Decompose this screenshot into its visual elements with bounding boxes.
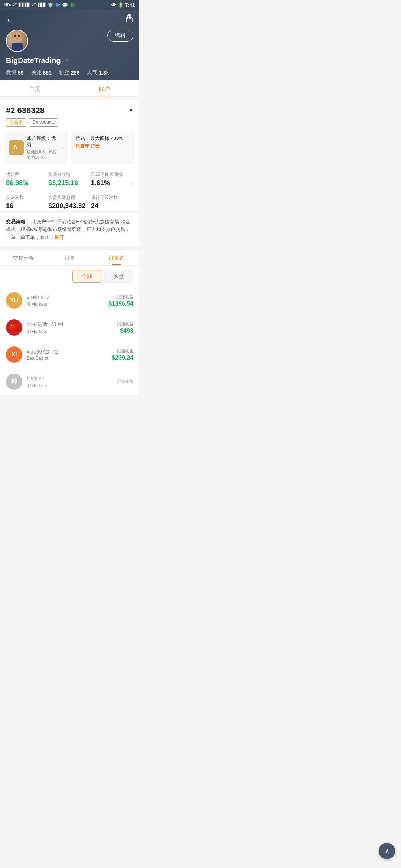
username-row: BigDateTrading ♂ <box>6 56 133 65</box>
list-item[interactable]: YU yueln #12 ICMarkets 跟随收益 $1396.54 <box>0 287 139 314</box>
edit-button[interactable]: 编辑 <box>107 30 133 42</box>
earnings-label-1: 跟随收益 <box>117 321 133 327</box>
account-section: #2 636328 ▼ 交易员 Swissquote A- 账户评级：优秀 稳健… <box>0 100 139 210</box>
stat-popularity: 人气 1.3k <box>87 69 109 76</box>
rating-text: 账户评级：优秀 稳健性9.6、风控能力10.0... <box>27 135 59 160</box>
rating-badge: A- <box>9 140 24 155</box>
eye-icon: 👁 <box>111 2 116 8</box>
profile-info: 编辑 <box>6 30 133 52</box>
rating-arrow-icon: › <box>62 145 64 151</box>
share-button[interactable] <box>125 14 133 24</box>
filter-all-button[interactable]: 全部 <box>72 270 101 283</box>
tab-account[interactable]: 账户 <box>70 80 140 96</box>
stat-weibo: 微博 59 <box>6 69 24 76</box>
tag-trader: 交易员 <box>6 118 26 127</box>
svg-point-4 <box>14 35 16 37</box>
earnings-label-2: 跟随收益 <box>112 348 133 354</box>
subscriber-initials-2: XI <box>11 351 17 358</box>
list-item[interactable]: XI xiao96720 #2 ZealCapital 跟随收益 $239.24 <box>0 341 139 368</box>
status-bar: HD₂ 4G ▋▋▋▋ 4G ▋▋▋ 🛡️ 🐦 💬 🐉 👁 🔋 7:41 <box>0 0 139 10</box>
signal-bars-1: ▋▋▋▋ <box>19 3 30 7</box>
metric-drawdown-value: 1.61% <box>91 179 110 187</box>
dropdown-arrow[interactable]: ▼ <box>129 108 133 113</box>
stat-weibo-value: 59 <box>18 70 24 76</box>
metric-follower-earnings-value: $3,215.16 <box>48 179 91 187</box>
profile-left <box>6 30 28 52</box>
subscriber-name-3: 坤坤 #? <box>27 375 117 382</box>
subscriber-platform-3: ICMarkets <box>27 383 117 388</box>
stat-weibo-label: 微博 <box>6 69 16 76</box>
subscriber-name-1: 哈根达斯123 #4 <box>27 321 117 328</box>
header-top: ‹ <box>6 14 133 25</box>
subscriber-initials-3: 坤 <box>11 378 17 386</box>
earnings-value-1: $493 <box>117 328 133 334</box>
subscriber-rank-1: #4 <box>58 321 63 327</box>
promise-title: 承诺：最大回撤 <30% <box>76 135 131 142</box>
strategy-expand-button[interactable]: 展开 <box>55 234 64 240</box>
metric-trade-weeks: 交易周数 16 <box>6 194 48 210</box>
subscriber-info-0: yueln #12 ICMarkets <box>27 295 108 307</box>
subscriber-initials-1: 🇨🇳 <box>9 323 19 332</box>
avatar-image <box>7 30 27 51</box>
subscriber-name-0: yueln #12 <box>27 295 108 300</box>
tab-trade-analysis[interactable]: 交易分析 <box>0 250 46 265</box>
metric-sub-count-value: 24 <box>91 202 133 210</box>
tab-orders[interactable]: 订单 <box>46 250 93 265</box>
account-tags: 交易员 Swissquote <box>0 118 139 131</box>
subscriber-list: YU yueln #12 ICMarkets 跟随收益 $1396.54 🇨🇳 … <box>0 287 139 395</box>
rating-card[interactable]: A- 账户评级：优秀 稳健性9.6、风控能力10.0... › <box>4 131 68 164</box>
svg-point-5 <box>18 35 20 37</box>
stat-following: 关注 851 <box>31 69 52 76</box>
subscriber-info-2: xiao96720 #2 ZealCapital <box>27 349 112 361</box>
earnings-value-2: $239.24 <box>112 355 133 361</box>
subscriber-rank-0: #12 <box>40 295 49 300</box>
earnings-label-0: 跟随收益 <box>108 294 133 300</box>
strategy-text: 交易策略： 此账户一个[手动结合EA交易+大数据交易]混合模式，根据K线形态和市… <box>6 218 133 241</box>
list-item[interactable]: 🇨🇳 哈根达斯123 #4 ICMarkets 跟随收益 $493 <box>0 314 139 341</box>
subscriber-platform-2: ZealCapital <box>27 356 112 361</box>
subscriber-earnings-2: 跟随收益 $239.24 <box>112 348 133 361</box>
metrics-scroll-icon: › <box>131 180 133 187</box>
stat-following-value: 851 <box>43 70 52 76</box>
hd2-label: HD₂ <box>4 3 11 7</box>
list-item[interactable]: 坤 坤坤 #? ICMarkets 跟随收益 <box>0 368 139 395</box>
main-tabs: 主页 账户 <box>0 80 139 97</box>
metric-total-label: 实盘跟随总额 <box>48 194 91 201</box>
subscriber-avatar-2: XI <box>6 346 22 363</box>
subscriber-earnings-0: 跟随收益 $1396.54 <box>108 294 133 307</box>
time: 7:41 <box>125 2 135 8</box>
username: BigDateTrading <box>6 56 61 65</box>
subscriber-avatar-0: YU <box>6 292 22 309</box>
tab-subscribers[interactable]: 订阅者 <box>93 250 139 265</box>
status-left: HD₂ 4G ▋▋▋▋ 4G ▋▋▋ 🛡️ 🐦 💬 🐉 <box>4 2 75 8</box>
subscriber-platform-0: ICMarkets <box>27 302 108 307</box>
promise-sub: 已遵守 37天 <box>76 143 131 149</box>
tab-home[interactable]: 主页 <box>0 80 70 96</box>
back-button[interactable]: ‹ <box>6 14 12 25</box>
subscriber-earnings-1: 跟随收益 $493 <box>117 321 133 334</box>
gender-icon: ♂ <box>64 57 69 65</box>
subscriber-info-3: 坤坤 #? ICMarkets <box>27 375 117 388</box>
stat-popularity-value: 1.3k <box>99 70 109 76</box>
battery-icon: 🔋 <box>118 2 124 8</box>
metric-total-value: $200,343.32 <box>48 202 91 210</box>
stat-fans: 粉丝 286 <box>59 69 79 76</box>
svg-rect-7 <box>12 43 23 52</box>
stat-fans-label: 粉丝 <box>59 69 69 76</box>
earnings-label-3: 跟随收益 <box>117 379 133 384</box>
promise-sub-text: 已遵守 <box>76 144 89 149</box>
signal-bars-2: ▋▋▋ <box>38 3 46 7</box>
profile-header: ‹ <box>0 10 139 80</box>
svg-point-3 <box>13 32 21 42</box>
promise-days: 37天 <box>90 144 100 149</box>
stat-fans-value: 286 <box>71 70 79 76</box>
metric-return-label: 收益率 <box>6 171 48 178</box>
filter-live-button[interactable]: 实盘 <box>104 270 133 283</box>
metric-sub-count-label: 累计订阅次数 <box>91 194 133 201</box>
avatar <box>6 30 28 52</box>
filter-buttons: 全部 实盘 <box>0 266 139 287</box>
subscriber-info-1: 哈根达斯123 #4 ICMarkets <box>27 321 117 334</box>
rating-title: 账户评级：优秀 <box>27 135 59 148</box>
earnings-value-0: $1396.54 <box>108 300 133 307</box>
account-id: #2 636328 <box>6 106 45 115</box>
